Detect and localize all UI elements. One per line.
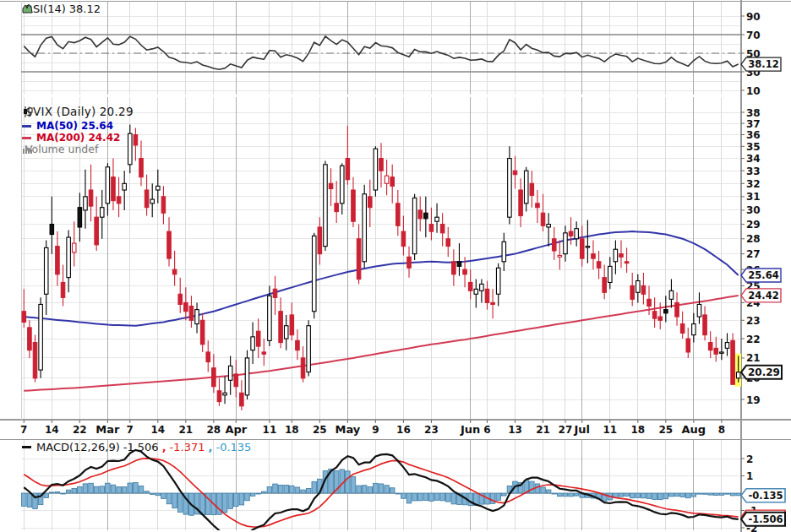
candle [513,171,516,174]
last-price: 20.29 [100,106,134,118]
candle [558,255,561,257]
candle [569,231,572,236]
svg-text:16: 16 [396,424,411,436]
candle [112,177,115,201]
svg-text:32: 32 [746,178,761,190]
candle [692,324,696,335]
candle [284,326,287,339]
candle [603,278,606,293]
candle [614,249,617,262]
candle [536,204,539,208]
candle [480,284,483,290]
candle [341,166,344,204]
candle [429,225,433,232]
svg-text:28: 28 [746,233,761,245]
svg-text:11: 11 [263,424,277,436]
candle [474,289,477,294]
callout: -1.506 [741,513,785,526]
candle [652,312,656,318]
candle [145,190,148,208]
ma200-line [24,296,738,391]
volume-legend: Volume undef [22,144,98,155]
candle [44,247,47,294]
svg-text:6: 6 [483,424,490,436]
candle [524,171,527,204]
svg-text:22: 22 [746,334,761,345]
candle [346,159,349,180]
svg-text:Jul: Jul [573,423,590,436]
ma200-line-swatch [22,137,31,139]
callout: 24.42 [741,289,781,302]
candle [307,326,310,372]
candle [592,254,595,258]
candle [123,183,126,190]
candle [78,208,81,227]
candle [502,242,505,261]
candle [664,310,668,313]
svg-text:28: 28 [207,424,221,436]
candle [552,239,555,251]
svg-text:10: 10 [746,85,761,97]
candle [658,317,662,320]
candle [352,190,355,221]
svg-text:24.42: 24.42 [748,290,778,301]
candle [547,225,550,227]
candle [424,213,428,219]
candle [575,229,578,239]
candle [273,289,276,297]
main-panel[interactable] [24,231,742,391]
svg-text:38.12: 38.12 [748,58,778,70]
svg-text:Apr: Apr [225,423,247,436]
candle [28,328,31,350]
svg-text:2: 2 [746,453,753,465]
svg-text:18: 18 [285,424,299,436]
candle [189,307,193,321]
candle [485,289,488,302]
svg-text:18: 18 [630,424,645,436]
svg-text:9: 9 [372,424,379,436]
candle [128,133,132,165]
candle [463,269,466,274]
candle [161,197,165,213]
svg-text:Mar: Mar [95,423,120,436]
svg-text:1: 1 [746,470,753,482]
candle [519,190,522,216]
candle [50,225,53,235]
macd-line-swatch [22,446,31,448]
candle [379,159,383,171]
candle [731,340,734,384]
candle [435,217,439,221]
candle [312,236,315,311]
candle [268,296,271,340]
macd-label: MACD(12,26,9) [36,442,120,453]
candle [228,366,232,380]
svg-text:31: 31 [746,191,761,203]
ma50-legend: MA(50) 25.64 [22,121,113,131]
candle [335,204,338,212]
svg-text:90: 90 [746,11,761,23]
svg-text:14: 14 [150,424,165,436]
candle [669,290,673,299]
date-axis: 71422Mar7142128Apr111825May91623Jun61321… [20,420,725,436]
svg-text:Jun: Jun [460,423,480,436]
candle [200,320,204,345]
candle [167,231,171,258]
candle [150,199,154,204]
svg-text:70: 70 [746,30,761,41]
candle [597,262,600,268]
callout: -0.135 [741,489,785,502]
candle [440,225,444,233]
candle [329,183,332,188]
candle [641,285,645,294]
candle [56,247,59,274]
rsi-panel[interactable] [21,35,741,72]
svg-text:Aug: Aug [682,423,706,436]
macd-panel[interactable] [22,450,741,532]
candle [117,197,120,204]
volume-label: Volume undef [25,144,98,155]
candle [385,176,388,183]
candle [67,237,70,278]
candle [290,315,293,335]
svg-text:30: 30 [746,204,761,216]
candle [301,358,304,378]
